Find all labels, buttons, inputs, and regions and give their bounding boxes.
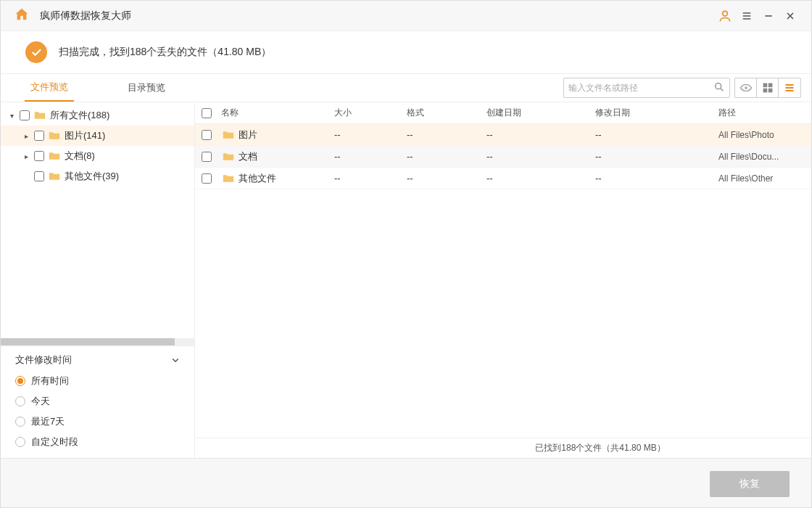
- row-name: 文档: [239, 150, 257, 163]
- row-created: --: [486, 129, 595, 140]
- tree-label: 所有文件(188): [50, 109, 109, 122]
- file-list: 名称 大小 格式 创建日期 修改日期 路径 图片 -- -- -- -- All…: [195, 102, 811, 458]
- svg-rect-3: [763, 83, 767, 88]
- tab-file-preview[interactable]: 文件预览: [25, 74, 74, 102]
- search-icon[interactable]: [713, 81, 725, 95]
- scan-status: 扫描完成，找到188个丢失的文件（41.80 MB）: [1, 31, 811, 73]
- tree-item-other[interactable]: ▸ 其他文件(39): [1, 166, 194, 187]
- row-size: --: [334, 173, 407, 184]
- filter-option-7days[interactable]: 最近7天: [15, 411, 180, 432]
- tree-item-all[interactable]: ▾ 所有文件(188): [1, 105, 194, 126]
- menu-icon[interactable]: [736, 5, 758, 27]
- radio-icon: [15, 376, 25, 386]
- row-path: All Files\Other: [718, 173, 811, 184]
- chevron-right-icon[interactable]: ▸: [21, 152, 31, 160]
- row-modified: --: [595, 173, 718, 184]
- tree-item-photo[interactable]: ▸ 图片(141): [1, 126, 194, 146]
- recover-button[interactable]: 恢复: [710, 471, 790, 497]
- tabs-row: 文件预览 目录预览: [1, 73, 811, 102]
- row-path: All Files\Photo: [718, 130, 811, 140]
- filter-option-today[interactable]: 今天: [15, 391, 180, 411]
- col-modified[interactable]: 修改日期: [595, 107, 718, 119]
- row-path: All Files\Docu...: [718, 152, 811, 162]
- view-preview-icon[interactable]: [735, 78, 757, 97]
- filter-option-custom[interactable]: 自定义时段: [15, 432, 180, 452]
- tree-checkbox[interactable]: [34, 131, 44, 141]
- close-button[interactable]: [779, 5, 801, 27]
- col-size[interactable]: 大小: [334, 107, 407, 119]
- svg-rect-5: [763, 89, 767, 93]
- sidebar-scrollbar[interactable]: [1, 338, 194, 345]
- row-name: 其他文件: [239, 172, 276, 185]
- time-filter-header[interactable]: 文件修改时间: [15, 353, 180, 371]
- col-format[interactable]: 格式: [407, 107, 486, 119]
- tree-checkbox[interactable]: [20, 110, 30, 120]
- user-icon[interactable]: [714, 5, 736, 27]
- col-name[interactable]: 名称: [218, 107, 334, 119]
- col-path[interactable]: 路径: [718, 107, 811, 119]
- row-size: --: [334, 129, 407, 140]
- folder-icon: [49, 131, 60, 141]
- sidebar: ▾ 所有文件(188) ▸ 图片(141) ▸ 文档(8) ▸: [1, 102, 195, 458]
- footer: 恢复: [1, 458, 811, 508]
- filter-option-label: 最近7天: [31, 415, 65, 428]
- row-created: --: [486, 151, 595, 162]
- scrollbar-thumb[interactable]: [1, 338, 175, 345]
- folder-icon: [49, 151, 60, 161]
- search-box: [563, 78, 730, 98]
- time-filter: 文件修改时间 所有时间 今天 最近7天 自定义时段: [1, 345, 194, 458]
- tree-item-doc[interactable]: ▸ 文档(8): [1, 146, 194, 166]
- minimize-button[interactable]: [758, 5, 779, 27]
- tree-label: 其他文件(39): [65, 170, 119, 183]
- table-row[interactable]: 文档 -- -- -- -- All Files\Docu...: [195, 146, 811, 168]
- select-all-checkbox[interactable]: [202, 108, 212, 118]
- svg-point-1: [716, 83, 721, 89]
- check-circle-icon: [25, 41, 47, 63]
- tree-label: 文档(8): [65, 149, 95, 163]
- time-filter-title: 文件修改时间: [15, 353, 72, 366]
- svg-point-2: [745, 86, 747, 89]
- status-bar-text: 已找到188个文件（共41.80 MB）: [389, 442, 811, 454]
- radio-icon: [15, 437, 25, 447]
- folder-icon: [49, 171, 60, 181]
- row-modified: --: [595, 129, 718, 140]
- row-modified: --: [595, 151, 718, 162]
- row-format: --: [407, 129, 486, 140]
- view-list-icon[interactable]: [779, 78, 800, 97]
- scan-status-text: 扫描完成，找到188个丢失的文件（41.80 MB）: [59, 46, 271, 59]
- view-grid-icon[interactable]: [757, 78, 779, 97]
- row-created: --: [486, 173, 595, 184]
- row-checkbox[interactable]: [202, 152, 212, 162]
- tab-dir-preview[interactable]: 目录预览: [122, 74, 171, 102]
- home-icon[interactable]: [14, 7, 30, 25]
- row-name: 图片: [239, 128, 257, 142]
- row-checkbox[interactable]: [202, 173, 212, 184]
- row-size: --: [334, 151, 407, 162]
- filter-option-all[interactable]: 所有时间: [15, 371, 180, 391]
- tree-label: 图片(141): [65, 129, 105, 142]
- col-created[interactable]: 创建日期: [486, 107, 595, 119]
- radio-icon: [15, 417, 25, 427]
- view-mode-buttons: [734, 78, 801, 98]
- folder-icon: [223, 152, 234, 162]
- filter-option-label: 今天: [31, 395, 50, 408]
- tree-checkbox[interactable]: [34, 171, 44, 181]
- folder-icon: [223, 130, 234, 140]
- filter-option-label: 自定义时段: [31, 435, 78, 448]
- table-row[interactable]: 其他文件 -- -- -- -- All Files\Other: [195, 168, 811, 189]
- app-title: 疯师傅数据恢复大师: [40, 9, 131, 22]
- chevron-down-icon: [171, 356, 180, 364]
- row-format: --: [407, 151, 486, 162]
- folder-icon: [34, 110, 46, 120]
- search-input[interactable]: [568, 83, 713, 93]
- filter-option-label: 所有时间: [31, 374, 69, 388]
- table-row[interactable]: 图片 -- -- -- -- All Files\Photo: [195, 124, 811, 146]
- tree-checkbox[interactable]: [34, 151, 44, 161]
- row-format: --: [407, 173, 486, 184]
- table-header: 名称 大小 格式 创建日期 修改日期 路径: [195, 102, 811, 124]
- chevron-right-icon[interactable]: ▸: [21, 132, 31, 140]
- chevron-down-icon[interactable]: ▾: [7, 112, 17, 120]
- svg-rect-6: [768, 89, 772, 93]
- row-checkbox[interactable]: [202, 130, 212, 140]
- folder-icon: [223, 173, 234, 184]
